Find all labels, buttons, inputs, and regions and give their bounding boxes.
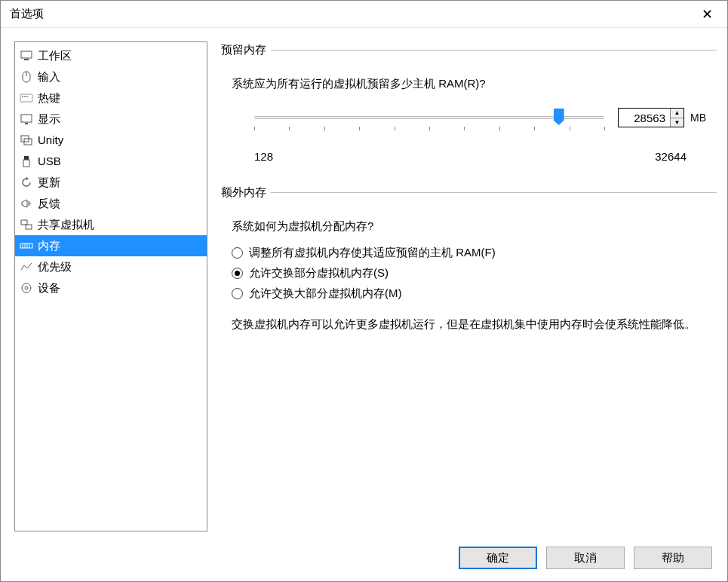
devices-icon [20,281,33,295]
usb-icon [20,155,33,168]
workspace-icon [20,49,33,63]
sidebar-item-label: 反馈 [38,195,60,213]
extra-memory-legend: 额外内存 [221,185,271,200]
spinner-down-icon[interactable]: ▼ [671,118,683,127]
memory-value-input[interactable] [619,109,670,127]
sidebar-item-memory[interactable]: 内存 [15,235,207,256]
extra-memory-question: 系统如何为虚拟机分配内存? [232,219,709,234]
sidebar-item-label: 输入 [38,68,60,86]
radio-label: 调整所有虚拟机内存使其适应预留的主机 RAM(F) [249,246,496,260]
radio-label: 允许交换部分虚拟机内存(S) [249,266,389,280]
sidebar-item-usb[interactable]: USB [15,151,207,172]
sidebar-item-label: 工作区 [38,47,72,65]
radio-label: 允许交换大部分虚拟机内存(M) [249,286,402,301]
refresh-icon [20,176,33,189]
memory-slider[interactable] [254,116,604,119]
extra-memory-section: 额外内存 系统如何为虚拟机分配内存? 调整所有虚拟机内存使其适应预留的主机 RA… [221,185,717,341]
sidebar-item-label: 共享虚拟机 [38,216,94,234]
sidebar-item-unity[interactable]: Unity [15,130,207,151]
radio-swap-some[interactable]: 允许交换部分虚拟机内存(S) [232,263,709,283]
help-button[interactable]: 帮助 [634,547,712,569]
sidebar-item-input[interactable]: 输入 [15,66,207,87]
shared-icon [20,218,33,231]
radio-swap-most[interactable]: 允许交换大部分虚拟机内存(M) [232,283,709,304]
window-title: 首选项 [10,7,44,21]
sidebar-item-shared-vms[interactable]: 共享虚拟机 [15,214,207,235]
svg-point-22 [25,286,28,289]
sidebar: 工作区 输入 热键 显示 Unity USB 更新 反馈 [14,41,207,531]
keyboard-icon [20,91,33,105]
memory-value-spinner[interactable]: ▲ ▼ [618,108,684,127]
svg-rect-16 [20,244,32,248]
svg-rect-12 [24,156,29,160]
svg-rect-6 [24,96,26,97]
mouse-icon [20,70,33,84]
radio-icon [232,247,243,259]
slider-max-label: 32644 [655,150,687,163]
radio-icon [232,268,243,279]
memory-icon [20,239,33,253]
sidebar-item-label: 热键 [38,89,60,107]
sidebar-item-label: USB [38,152,61,170]
monitor-icon [20,112,33,126]
close-icon[interactable]: ✕ [696,8,718,21]
slider-thumb[interactable] [554,109,564,125]
svg-point-21 [22,283,31,293]
radio-icon [232,288,243,299]
sidebar-item-label: Unity [38,131,63,149]
sidebar-item-label: 更新 [38,173,60,191]
svg-rect-0 [21,51,32,58]
radio-fit-reserved[interactable]: 调整所有虚拟机内存使其适应预留的主机 RAM(F) [232,243,709,263]
sidebar-item-label: 显示 [38,110,60,128]
dialog-footer: 确定 取消 帮助 [1,539,727,581]
megaphone-icon [20,197,33,210]
priority-icon [20,260,33,274]
svg-rect-14 [21,220,27,225]
cancel-button[interactable]: 取消 [546,547,625,569]
sidebar-item-updates[interactable]: 更新 [15,172,207,193]
sidebar-item-hotkeys[interactable]: 热键 [15,87,207,109]
reserved-memory-section: 预留内存 系统应为所有运行的虚拟机预留多少主机 RAM(R)? [221,43,717,170]
slider-min-label: 128 [254,150,273,163]
svg-rect-7 [26,96,28,97]
sidebar-item-label: 优先级 [38,258,72,276]
ok-button[interactable]: 确定 [459,547,537,569]
svg-rect-8 [21,115,32,122]
sidebar-item-priority[interactable]: 优先级 [15,256,207,277]
svg-rect-1 [24,59,29,60]
extra-memory-note: 交换虚拟机内存可以允许更多虚拟机运行，但是在虚拟机集中使用内存时会使系统性能降低… [232,304,709,333]
svg-rect-5 [22,96,23,97]
sidebar-item-workspace[interactable]: 工作区 [15,45,207,66]
sidebar-item-display[interactable]: 显示 [15,109,207,130]
spinner-up-icon[interactable]: ▲ [671,109,683,118]
svg-rect-15 [26,225,32,229]
sidebar-item-devices[interactable]: 设备 [15,277,207,299]
sidebar-item-label: 设备 [38,279,60,297]
svg-rect-4 [20,94,32,102]
sidebar-item-feedback[interactable]: 反馈 [15,193,207,214]
main-panel: 预留内存 系统应为所有运行的虚拟机预留多少主机 RAM(R)? [220,41,717,531]
reserved-memory-legend: 预留内存 [221,43,271,57]
memory-unit-label: MB [690,112,706,124]
unity-icon [20,133,33,147]
content-area: 工作区 输入 热键 显示 Unity USB 更新 反馈 [1,28,727,539]
svg-rect-13 [23,160,29,167]
reserved-memory-question: 系统应为所有运行的虚拟机预留多少主机 RAM(R)? [232,77,709,91]
sidebar-item-label: 内存 [38,237,60,255]
titlebar: 首选项 ✕ [1,1,727,28]
